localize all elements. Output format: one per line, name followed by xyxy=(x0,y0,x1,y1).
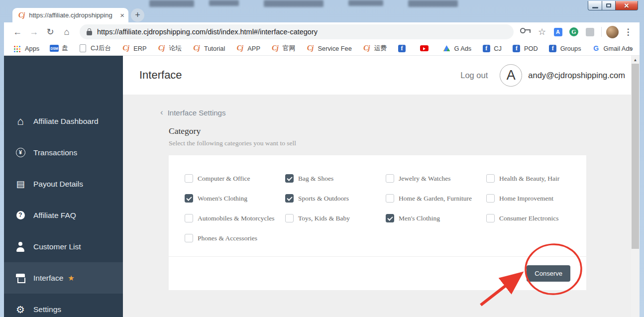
back-link[interactable]: ‹ Interface Settings xyxy=(160,107,631,117)
sidebar-item-label: Settings xyxy=(33,305,61,314)
bookmark-icon xyxy=(121,44,130,53)
sidebar-item[interactable]: Affiliate FAQ xyxy=(4,200,123,231)
bookmark-item[interactable]: POD xyxy=(512,44,538,53)
bookmark-label: APP xyxy=(247,45,260,52)
header-account-area: Log out A andy@cjdropshipping.com xyxy=(460,64,625,87)
category-checkbox-item[interactable]: Toys, Kids & Baby xyxy=(285,214,386,222)
category-checkbox-item[interactable]: Women's Clothing xyxy=(185,194,285,203)
bookmark-item[interactable]: 官网 xyxy=(271,44,296,53)
close-button[interactable]: ✕ xyxy=(616,1,638,10)
category-checkbox-item[interactable]: Automobiles & Motorcycles xyxy=(185,214,285,222)
bookmark-item[interactable] xyxy=(420,44,431,53)
sidebar-item-icon xyxy=(15,211,26,220)
home-icon[interactable]: ⌂ xyxy=(60,25,73,38)
checkbox-icon[interactable] xyxy=(185,234,193,242)
lock-icon xyxy=(87,31,92,35)
bookmark-icon xyxy=(442,44,451,53)
sidebar-item[interactable]: Customer List xyxy=(4,231,123,262)
bookmark-label: Gmail Ads xyxy=(604,45,633,52)
checkbox-icon[interactable] xyxy=(386,194,394,203)
vertical-scrollbar[interactable]: ▲ xyxy=(631,56,640,317)
conserve-button[interactable]: Conserve xyxy=(527,265,570,282)
scrollbar-up-icon[interactable]: ▲ xyxy=(631,56,640,64)
address-bar[interactable]: https://affiliate.cjdropshipping.com/dis… xyxy=(80,24,514,39)
checkbox-icon[interactable] xyxy=(285,214,294,222)
tab-strip: Cj https://affiliate.cjdropshipping × + xyxy=(4,0,640,22)
category-label: Home & Garden, Furniture xyxy=(399,195,472,203)
category-checkbox-item[interactable]: Jewelry & Watches xyxy=(386,174,486,183)
bookmark-label: Tutorial xyxy=(204,45,225,52)
bookmark-item[interactable]: 盘 xyxy=(50,44,68,53)
checkbox-icon[interactable] xyxy=(185,174,193,183)
sidebar-item[interactable]: Affiliate Dashboard xyxy=(4,106,123,137)
bookmark-label: Service Fee xyxy=(318,45,352,52)
sidebar-item[interactable]: Payout Details xyxy=(4,168,123,200)
category-checkbox-item[interactable]: Health & Beauty, Hair xyxy=(486,174,587,183)
account-avatar[interactable]: A xyxy=(500,64,522,87)
checkbox-icon[interactable] xyxy=(285,194,294,203)
checkbox-icon[interactable] xyxy=(486,194,495,203)
password-key-icon[interactable] xyxy=(520,25,533,38)
checkbox-icon[interactable] xyxy=(386,174,394,183)
reload-icon[interactable]: ↻ xyxy=(44,25,57,38)
scrollbar-thumb[interactable] xyxy=(632,64,639,249)
minimize-button[interactable] xyxy=(588,1,602,10)
checkbox-icon[interactable] xyxy=(185,214,193,222)
tab-close-icon[interactable]: × xyxy=(120,11,124,19)
bookmark-item[interactable] xyxy=(397,44,409,53)
checkbox-icon[interactable] xyxy=(185,194,193,203)
bookmark-item[interactable]: APP xyxy=(235,44,260,53)
maximize-button[interactable] xyxy=(602,1,616,10)
new-tab-button[interactable]: + xyxy=(131,8,144,22)
bookmarks-overflow-icon[interactable]: » xyxy=(629,44,633,52)
category-checkbox-item[interactable]: Consumer Electronics xyxy=(486,214,587,222)
bookmark-star-icon[interactable]: ☆ xyxy=(536,25,548,38)
minimize-icon xyxy=(592,7,598,8)
bookmark-item[interactable]: 论坛 xyxy=(157,44,182,53)
logout-link[interactable]: Log out xyxy=(460,71,488,80)
extension-icon[interactable] xyxy=(583,25,596,38)
category-checkbox-item[interactable]: Bag & Shoes xyxy=(285,174,386,183)
category-checkbox-item[interactable]: Home Improvement xyxy=(486,194,587,203)
bookmark-item[interactable]: ERP xyxy=(121,44,146,53)
checkbox-icon[interactable] xyxy=(285,174,294,183)
bookmark-item[interactable]: CJ xyxy=(482,44,502,53)
forward-icon[interactable]: → xyxy=(27,25,40,38)
category-label: Bag & Shoes xyxy=(298,175,333,183)
url-text[interactable]: https://affiliate.cjdropshipping.com/dis… xyxy=(97,28,318,36)
bookmark-item[interactable]: Groups xyxy=(548,44,581,53)
back-icon[interactable]: ← xyxy=(11,25,24,38)
bookmark-item[interactable]: Service Fee xyxy=(306,44,352,53)
checkbox-icon[interactable] xyxy=(386,214,394,222)
checkbox-icon[interactable] xyxy=(486,214,495,222)
bookmark-item[interactable]: Tutorial xyxy=(192,44,225,53)
grammarly-extension-icon[interactable]: G xyxy=(567,25,580,38)
category-checkbox-item[interactable]: Home & Garden, Furniture xyxy=(386,194,486,203)
cj-favicon: Cj xyxy=(18,11,25,19)
category-label: Automobiles & Motorcycles xyxy=(198,214,274,222)
bookmark-icon xyxy=(235,44,244,53)
profile-avatar[interactable] xyxy=(606,26,619,38)
bookmark-item[interactable]: 运费 xyxy=(362,44,387,53)
chrome-menu-icon[interactable]: ⋮ xyxy=(622,25,635,38)
bookmark-item[interactable]: Apps xyxy=(13,44,39,53)
sidebar-item[interactable]: Interface ★ xyxy=(4,262,123,294)
sidebar-item-icon xyxy=(15,273,26,283)
bookmark-item[interactable]: CJ后台 xyxy=(79,44,111,53)
category-checkbox-item[interactable]: Computer & Office xyxy=(185,174,285,183)
sidebar-item[interactable]: Settings xyxy=(4,294,123,317)
sidebar-item[interactable]: Transactions xyxy=(4,137,123,168)
category-checkbox-item[interactable]: Phones & Accessories xyxy=(185,234,285,242)
browser-tab[interactable]: Cj https://affiliate.cjdropshipping × xyxy=(12,8,128,22)
bookmark-item[interactable]: Gmail Ads xyxy=(592,44,633,53)
bookmark-label: POD xyxy=(524,45,538,52)
bookmark-icon xyxy=(306,44,315,53)
category-checkbox-item[interactable]: Men's Clothing xyxy=(386,214,486,222)
category-label: Jewelry & Watches xyxy=(399,175,450,183)
checkbox-icon[interactable] xyxy=(486,174,495,183)
category-checkbox-item[interactable]: Sports & Outdoors xyxy=(285,194,386,203)
bookmark-icon xyxy=(271,44,280,53)
sidebar-item-icon xyxy=(15,179,26,189)
bookmark-item[interactable]: G Ads xyxy=(442,44,471,53)
translate-extension-icon[interactable]: A xyxy=(551,25,564,38)
